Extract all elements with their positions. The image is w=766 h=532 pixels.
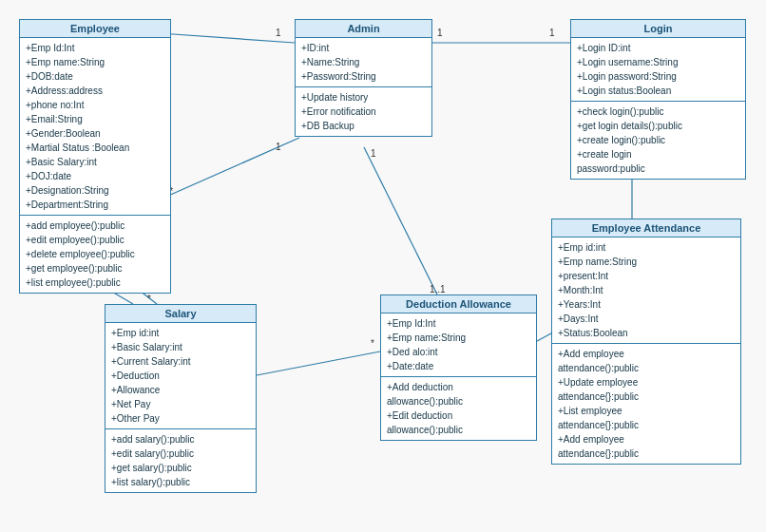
deduction-allowance-class-header: Deduction Allowance	[381, 295, 536, 314]
admin-methods: +Update history +Error notification +DB …	[296, 87, 431, 136]
employee-class-header: Employee	[20, 20, 170, 38]
deduction-allowance-attributes: +Emp Id:Int +Emp name:String +Ded alo:in…	[381, 314, 536, 377]
salary-methods: +add salary():public +edit salary():publ…	[105, 429, 256, 492]
svg-text:*: *	[147, 294, 151, 304]
employee-attendance-class-header: Employee Attendance	[552, 219, 740, 238]
employee-attendance-class: Employee Attendance +Emp id:int +Emp nam…	[551, 218, 741, 465]
svg-text:*: *	[371, 338, 374, 349]
svg-text:1: 1	[371, 148, 376, 159]
svg-text:1: 1	[437, 28, 443, 38]
login-class: Login +Login ID:int +Login username:Stri…	[570, 19, 746, 180]
employee-attendance-methods: +Add employee attendance():public +Updat…	[552, 344, 740, 464]
admin-class-header: Admin	[296, 20, 431, 38]
deduction-allowance-class: Deduction Allowance +Emp Id:Int +Emp nam…	[380, 294, 537, 441]
svg-text:1..1: 1..1	[430, 284, 446, 294]
login-attributes: +Login ID:int +Login username:String +Lo…	[571, 38, 745, 102]
salary-attributes: +Emp id:int +Basic Salary:int +Current S…	[105, 323, 256, 429]
salary-class-header: Salary	[105, 305, 256, 323]
employee-attributes: +Emp Id:Int +Emp name:String +DOB:date +…	[20, 38, 170, 216]
login-methods: +check login():public +get login details…	[571, 102, 745, 179]
login-class-header: Login	[571, 20, 745, 38]
svg-line-6	[160, 138, 299, 200]
employee-methods: +add employee():public +edit employee():…	[20, 216, 170, 293]
admin-attributes: +ID:int +Name:String +Password:String	[296, 38, 431, 87]
svg-text:1: 1	[276, 142, 281, 152]
admin-class: Admin +ID:int +Name:String +Password:Str…	[295, 19, 432, 137]
salary-class: Salary +Emp id:int +Basic Salary:int +Cu…	[105, 304, 257, 493]
svg-text:1: 1	[276, 28, 281, 38]
svg-line-0	[160, 33, 295, 43]
employee-attendance-attributes: +Emp id:int +Emp name:String +present:In…	[552, 238, 740, 344]
deduction-allowance-methods: +Add deduction allowance():public +Edit …	[381, 377, 536, 440]
svg-text:1: 1	[549, 28, 555, 38]
employee-class: Employee +Emp Id:Int +Emp name:String +D…	[19, 19, 171, 294]
svg-line-12	[364, 147, 437, 294]
diagram-container: * 1 1 1 1 1.* 1 * 1 1..1 * 1..* * * Empl…	[0, 0, 766, 532]
svg-line-15	[257, 352, 380, 375]
